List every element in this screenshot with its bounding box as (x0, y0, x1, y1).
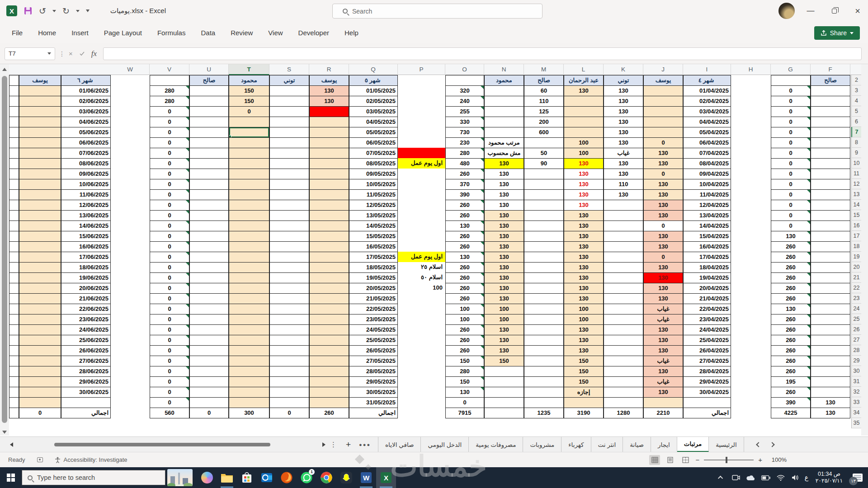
cell-P19[interactable]: اول يوم عمل (398, 252, 445, 262)
cell-G25[interactable]: 260 (771, 314, 811, 325)
cell-I30[interactable]: 28/04/2025 (684, 366, 731, 377)
cell-R14[interactable] (310, 200, 349, 211)
cell-G2[interactable] (771, 75, 811, 86)
cell-F28[interactable] (811, 346, 850, 356)
cell-H7[interactable] (731, 127, 771, 137)
cell-L23[interactable]: 130 (564, 294, 604, 304)
cell-X29[interactable]: 27/06/2025 (61, 356, 111, 366)
cell-I33[interactable] (684, 398, 731, 408)
cell-I11[interactable]: 09/04/2025 (684, 169, 731, 179)
cell-L17[interactable]: 130 (564, 231, 604, 242)
cell-S26[interactable] (270, 325, 309, 335)
cell-K25[interactable] (604, 314, 643, 325)
cell-P15[interactable] (398, 210, 445, 221)
cell-M13[interactable] (524, 190, 564, 200)
cell-W19[interactable] (111, 252, 150, 262)
cell-V28[interactable]: 0 (150, 346, 189, 356)
cell-G23[interactable]: 260 (771, 294, 811, 304)
cell-T16[interactable] (229, 221, 269, 231)
row-header-8[interactable]: 8 (851, 137, 861, 148)
cell-V7[interactable]: 0 (150, 127, 189, 138)
cell-W2[interactable] (111, 75, 150, 85)
cell-edge26[interactable] (9, 325, 19, 335)
cell-Q11[interactable]: 09/05/2025 (349, 169, 398, 179)
cell-O23[interactable]: 260 (446, 294, 484, 304)
cell-edge12[interactable] (9, 179, 19, 190)
cell-Y13[interactable] (19, 190, 61, 200)
row-header-3[interactable]: 3 (851, 85, 861, 96)
cell-Q17[interactable]: 15/05/2025 (349, 231, 398, 242)
horizontal-scrollbar[interactable] (16, 442, 320, 447)
cell-X4[interactable]: 02/06/2025 (61, 96, 111, 107)
cell-W34[interactable] (111, 408, 150, 418)
cell-J16[interactable]: 0 (644, 221, 683, 231)
cell-edge9[interactable] (9, 148, 19, 159)
cell-J17[interactable]: 130 (644, 231, 683, 242)
cell-Y25[interactable] (19, 314, 61, 325)
cell-F33[interactable]: 130 (811, 398, 850, 408)
cell-V15[interactable]: 0 (150, 211, 189, 221)
cell-W13[interactable] (111, 189, 150, 200)
cell-R9[interactable] (310, 148, 349, 159)
col-header-H[interactable]: H (731, 64, 771, 75)
row-header-21[interactable]: 21 (851, 272, 861, 283)
cell-L11[interactable]: 130 (564, 169, 604, 179)
cell-H27[interactable] (731, 335, 771, 345)
cell-O13[interactable]: 390 (446, 190, 484, 200)
row-header-12[interactable]: 12 (851, 179, 861, 189)
cell-O8[interactable]: 230 (446, 138, 484, 148)
cell-I7[interactable]: 05/04/2025 (684, 127, 731, 138)
cell-R25[interactable] (310, 314, 349, 325)
cell-edge33[interactable] (9, 398, 19, 408)
cell-J11[interactable]: 0 (644, 169, 683, 179)
cell-M29[interactable] (524, 356, 564, 366)
cell-V21[interactable]: 0 (150, 273, 189, 283)
cell-Q15[interactable]: 13/05/2025 (349, 211, 398, 221)
cell-L29[interactable]: 150 (564, 356, 604, 366)
cell-Y6[interactable] (19, 117, 61, 127)
cell-N33[interactable] (485, 398, 524, 408)
cell-Q22[interactable]: 20/05/2025 (349, 283, 398, 294)
cell-V25[interactable]: 0 (150, 314, 189, 325)
cell-T25[interactable] (229, 314, 269, 325)
cell-L2[interactable]: عبد الرحمان (564, 75, 604, 86)
cell-G20[interactable]: 260 (771, 263, 811, 273)
cell-V4[interactable]: 280 (150, 96, 189, 107)
cell-Y18[interactable] (19, 242, 61, 252)
cell-I19[interactable]: 17/04/2025 (684, 252, 731, 263)
cell-R11[interactable] (310, 169, 349, 179)
row-header-35[interactable]: 35 (851, 418, 861, 428)
cell-U32[interactable] (190, 387, 229, 398)
cell-H28[interactable] (731, 345, 771, 356)
cell-V26[interactable]: 0 (150, 325, 189, 335)
cell-O6[interactable]: 330 (446, 117, 484, 127)
cell-L19[interactable]: 130 (564, 252, 604, 263)
cell-N22[interactable]: 130 (485, 283, 524, 294)
ribbon-tab-data[interactable]: Data (201, 29, 215, 37)
cell-edge27[interactable] (9, 335, 19, 346)
cell-F17[interactable] (811, 231, 850, 242)
cell-F20[interactable] (811, 263, 850, 273)
cell-U10[interactable] (190, 159, 229, 169)
cell-I15[interactable]: 13/04/2025 (684, 211, 731, 221)
cell-edge21[interactable] (9, 273, 19, 283)
cell-Y27[interactable] (19, 335, 61, 346)
cell-Y22[interactable] (19, 283, 61, 294)
cell-Y24[interactable] (19, 304, 61, 314)
cell-K6[interactable]: 130 (604, 117, 643, 127)
ribbon-tab-review[interactable]: Review (231, 29, 253, 37)
cell-S8[interactable] (270, 138, 309, 148)
cell-O29[interactable]: 150 (446, 356, 484, 366)
cell-N13[interactable]: 130 (485, 190, 524, 200)
cell-S24[interactable] (270, 304, 309, 314)
cell-F8[interactable] (811, 138, 850, 148)
ribbon-tab-help[interactable]: Help (344, 29, 359, 37)
cell-T2[interactable]: محمود (229, 75, 269, 86)
cell-K23[interactable] (604, 294, 643, 304)
cell-I6[interactable]: 04/04/2025 (684, 117, 731, 127)
cell-N10[interactable]: 130 (485, 159, 524, 169)
cell-J6[interactable] (644, 117, 683, 127)
cell-J22[interactable]: 130 (644, 283, 683, 294)
cell-M23[interactable] (524, 294, 564, 304)
insert-function-icon[interactable]: fx (91, 49, 97, 58)
